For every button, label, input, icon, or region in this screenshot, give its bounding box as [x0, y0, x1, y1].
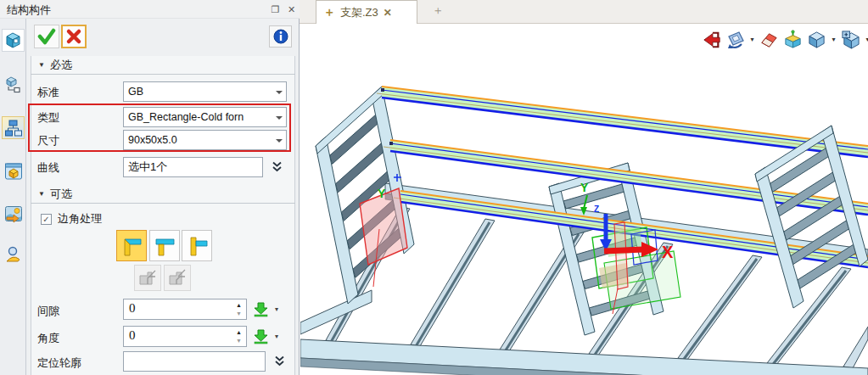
- cancel-x-icon: [65, 28, 82, 45]
- corner-checkbox[interactable]: ✓: [41, 214, 52, 225]
- size-value: 90x50x5.0: [128, 134, 177, 146]
- tab-plus-icon: ＋: [323, 5, 335, 20]
- viewport-area[interactable]: Y Y Z X: [300, 24, 868, 375]
- view-orientation-button[interactable]: [725, 29, 746, 50]
- eraser-icon: [759, 30, 779, 49]
- view-orientation-icon: [725, 30, 746, 50]
- panel-close-icon[interactable]: ✕: [284, 3, 299, 16]
- corner-style-miter-button[interactable]: [116, 230, 147, 261]
- gap-spinner[interactable]: ▲ ▼: [233, 300, 244, 318]
- info-button[interactable]: [269, 25, 292, 48]
- section-view-dropdown-icon[interactable]: ▾: [864, 36, 868, 43]
- type-value: GB_Rectangle-Cold forn: [128, 111, 244, 123]
- render-image-icon: [4, 204, 23, 223]
- angle-label: 角度: [37, 331, 59, 346]
- sidebar-item-view-window[interactable]: [2, 160, 25, 182]
- 3d-viewport-canvas[interactable]: Y Y Z X: [300, 24, 868, 375]
- section-required[interactable]: ▼ 必选: [31, 56, 295, 75]
- trim-corner-icon: [137, 268, 158, 288]
- axis-y-label-left: Y: [378, 187, 386, 200]
- type-label: 类型: [37, 110, 59, 126]
- exit-icon: [703, 31, 721, 49]
- eraser-button[interactable]: [759, 29, 780, 50]
- double-chevron-down-icon: [273, 355, 286, 367]
- spinner-up-icon[interactable]: ▲: [236, 302, 242, 308]
- shape-cube-icon: [4, 31, 22, 49]
- standard-label: 标准: [37, 85, 59, 100]
- spinner-down-icon[interactable]: ▼: [236, 338, 242, 344]
- cancel-button[interactable]: [61, 25, 87, 48]
- corner-treatment-row: ✓ 边角处理: [41, 211, 102, 227]
- curve-field[interactable]: 选中1个: [123, 157, 263, 177]
- section-required-label: 必选: [50, 58, 72, 73]
- sidebar-item-wireframe[interactable]: [2, 73, 25, 96]
- app-window: 结构构件 ❐ ✕: [0, 0, 868, 375]
- section-view-icon: [841, 30, 860, 49]
- axis-y-label-center: Y: [580, 181, 589, 194]
- angle-apply-button[interactable]: [252, 327, 270, 345]
- size-label: 尺寸: [37, 133, 59, 148]
- user-role-icon: [4, 245, 23, 264]
- section-view-button[interactable]: [840, 29, 861, 50]
- view-orientation-dropdown-icon[interactable]: ▾: [748, 36, 756, 43]
- chevron-down-icon: [276, 91, 283, 94]
- standard-value: GB: [128, 86, 143, 98]
- exit-button[interactable]: [701, 29, 722, 50]
- gap-label: 间隙: [37, 304, 59, 319]
- type-combo[interactable]: GB_Rectangle-Cold forn: [123, 107, 287, 127]
- section-optional[interactable]: ▼ 可选: [31, 185, 295, 204]
- angle-value: 0: [129, 328, 136, 343]
- section-optional-label: 可选: [50, 187, 72, 202]
- manager-icon-strip: [0, 19, 26, 375]
- tab-close-icon[interactable]: ✕: [384, 7, 392, 19]
- new-tab-button[interactable]: ＋: [428, 3, 447, 20]
- confirm-check-icon: [37, 28, 56, 45]
- corner-trim-button-2[interactable]: [164, 265, 191, 291]
- spinner-up-icon[interactable]: ▲: [236, 329, 242, 335]
- view-cube-icon: [807, 30, 826, 49]
- sidebar-item-shape-cube[interactable]: [2, 29, 25, 52]
- corner-style-vertical-button[interactable]: [182, 230, 212, 261]
- sidebar-item-user-role[interactable]: [2, 243, 25, 266]
- pin-box-button[interactable]: [782, 29, 804, 50]
- angle-spinner[interactable]: ▲ ▼: [233, 327, 244, 345]
- chevron-down-icon: [276, 116, 283, 120]
- axis-x-label: X: [662, 243, 674, 261]
- viewport-toolbar: ▾: [701, 29, 868, 50]
- butt-horizontal-corner-icon: [154, 235, 176, 257]
- chevron-down-icon: [276, 139, 283, 143]
- panel-titlebar: 结构构件 ❐ ✕: [0, 0, 300, 19]
- angle-options-dropdown-icon[interactable]: ▾: [275, 333, 278, 340]
- view-cube-button[interactable]: [806, 29, 827, 50]
- angle-field[interactable]: 0 ▲ ▼: [123, 326, 247, 347]
- profile-expand-button[interactable]: [270, 351, 289, 370]
- panel-title: 结构构件: [7, 3, 51, 18]
- curve-value: 选中1个: [128, 160, 167, 173]
- profile-field[interactable]: [123, 351, 266, 372]
- tab-zhijia[interactable]: ＋ 支架.Z3 ✕: [316, 0, 417, 24]
- collapse-triangle-icon: ▼: [38, 190, 45, 198]
- gap-options-dropdown-icon[interactable]: ▾: [275, 305, 278, 313]
- sidebar-item-assembly-tree[interactable]: [2, 116, 25, 139]
- corner-trim-button-1[interactable]: [134, 265, 161, 291]
- ok-button[interactable]: [34, 25, 59, 48]
- panel-restore-icon[interactable]: ❐: [268, 3, 283, 16]
- curve-expand-button[interactable]: [267, 157, 287, 176]
- pin-box-icon: [783, 30, 803, 49]
- standard-combo[interactable]: GB: [123, 81, 287, 102]
- rail-top: [377, 87, 868, 157]
- view-window-icon: [4, 162, 23, 181]
- corner-checkbox-label: 边角处理: [58, 211, 102, 227]
- miter-corner-icon: [120, 235, 143, 257]
- spinner-down-icon[interactable]: ▼: [236, 311, 242, 316]
- profile-label: 定位轮廓: [37, 355, 81, 371]
- gap-apply-button[interactable]: [252, 300, 270, 318]
- butt-vertical-corner-icon: [186, 235, 208, 257]
- collapse-triangle-icon: ▼: [38, 61, 45, 69]
- sidebar-item-render-image[interactable]: [2, 202, 25, 225]
- corner-style-horizontal-button[interactable]: [149, 230, 180, 261]
- view-cube-dropdown-icon[interactable]: ▾: [830, 36, 837, 43]
- size-combo[interactable]: 90x50x5.0: [123, 130, 287, 150]
- gap-field[interactable]: 0 ▲ ▼: [123, 299, 247, 320]
- curve-label: 曲线: [37, 160, 59, 176]
